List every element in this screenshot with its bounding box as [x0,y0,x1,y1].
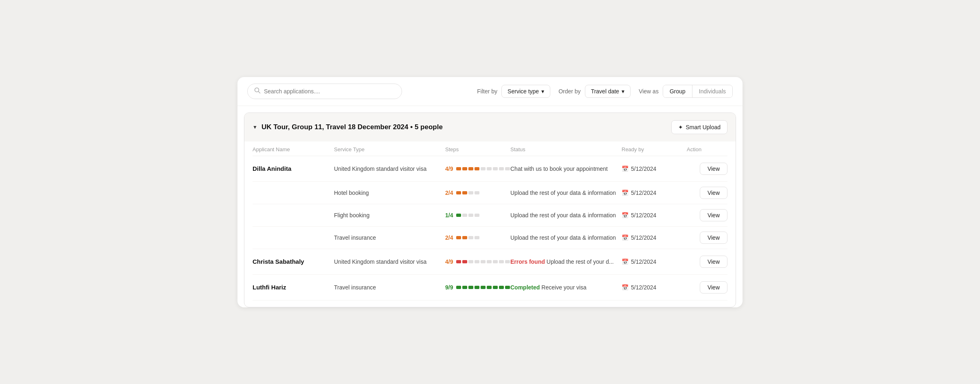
bar-segment [505,286,510,289]
status-text: Upload the rest of your d... [547,258,614,265]
bar-segment [468,167,473,170]
bar-segment [505,260,510,263]
view-button[interactable]: View [700,281,727,294]
smart-upload-label: Smart Upload [686,124,721,130]
bar-segment [487,286,492,289]
bar-segment [475,286,479,289]
smart-upload-button[interactable]: ✦ Smart Upload [671,120,727,134]
steps-number: 4/9 [445,258,453,265]
calendar-icon: 📅 [622,190,628,196]
ready-by-date: 5/12/2024 [631,258,656,265]
service-type-cell: Travel insurance [334,234,445,241]
bar-segment [487,260,492,263]
applications-table: Applicant Name Service Type Steps Status… [244,141,736,307]
view-button[interactable]: View [700,187,727,199]
status-cell: Upload the rest of your data & informati… [510,234,622,241]
progress-bar [456,214,479,217]
bar-segment [475,214,479,217]
service-type-cell: Hotel booking [334,190,445,196]
bar-segment [475,191,479,194]
status-cell: Upload the rest of your data & informati… [510,190,622,196]
bar-segment [468,214,473,217]
bar-segment [475,167,479,170]
ready-by-date: 5/12/2024 [631,212,656,218]
bar-segment [456,286,461,289]
ready-by-date: 5/12/2024 [631,234,656,241]
view-group-button[interactable]: Group [663,85,692,97]
calendar-icon: 📅 [622,166,628,172]
group-section: ▼ UK Tour, Group 11, Travel 18 December … [244,113,736,307]
search-wrapper[interactable] [247,84,402,99]
action-cell: View [687,187,727,199]
ready-by-date: 5/12/2024 [631,284,656,291]
bar-segment [505,167,510,170]
view-button[interactable]: View [700,256,727,268]
steps-number: 9/9 [445,284,453,291]
status-cell: Completed Receive your visa [510,284,622,291]
ready-by-cell: 📅5/12/2024 [622,284,687,291]
action-cell: View [687,209,727,221]
header-applicant-name: Applicant Name [253,146,334,152]
calendar-icon: 📅 [622,212,628,218]
bar-segment [481,167,486,170]
main-container: Filter by Service type ▾ Order by Travel… [237,77,743,307]
ready-by-cell: 📅5/12/2024 [622,234,687,241]
view-button[interactable]: View [700,232,727,244]
header-action: Action [687,146,727,152]
bar-segment [462,214,467,217]
status-text: Receive your visa [541,284,587,291]
status-text: Upload the rest of your data & informati… [510,212,616,218]
toolbar-right: Filter by Service type ▾ Order by Travel… [477,85,733,98]
view-as-label: View as [639,88,659,95]
order-by-label: Order by [558,88,580,95]
service-type-filter-button[interactable]: Service type ▾ [501,85,550,98]
bar-segment [456,191,461,194]
calendar-icon: 📅 [622,234,628,241]
bar-segment [475,236,479,239]
view-button[interactable]: View [700,209,727,221]
search-icon [254,87,261,95]
collapse-icon[interactable]: ▼ [253,124,257,130]
service-type-cell: Travel insurance [334,284,445,291]
steps-number: 2/4 [445,190,453,196]
applicant-name-cell: Dilla Anindita [253,165,334,172]
toolbar: Filter by Service type ▾ Order by Travel… [237,77,743,106]
table-row: Luthfi HarizTravel insurance9/9Completed… [253,275,727,300]
search-input[interactable] [264,88,395,95]
travel-date-order-button[interactable]: Travel date ▾ [585,85,631,98]
status-badge: Errors found [510,258,545,265]
travel-date-order-label: Travel date [591,88,620,95]
group-title: UK Tour, Group 11, Travel 18 December 20… [261,123,443,131]
bar-segment [462,260,467,263]
bar-segment [462,191,467,194]
filter-by-group: Filter by Service type ▾ [477,85,550,98]
status-badge: Completed [510,284,540,291]
progress-bar [456,191,479,194]
view-individuals-button[interactable]: Individuals [692,85,732,97]
steps-cell: 9/9 [445,284,510,291]
header-service-type: Service Type [334,146,445,152]
ready-by-cell: 📅5/12/2024 [622,166,687,172]
order-by-group: Order by Travel date ▾ [558,85,631,98]
bar-segment [487,167,492,170]
progress-bar [456,286,510,289]
view-button[interactable]: View [700,163,727,175]
status-text: Upload the rest of your data & informati… [510,234,616,241]
steps-number: 2/4 [445,234,453,241]
action-cell: View [687,281,727,294]
group-header: ▼ UK Tour, Group 11, Travel 18 December … [244,113,736,141]
steps-number: 4/9 [445,166,453,172]
bar-segment [468,191,473,194]
ready-by-cell: 📅5/12/2024 [622,190,687,196]
steps-cell: 4/9 [445,258,510,265]
svg-line-1 [259,91,260,93]
steps-cell: 4/9 [445,166,510,172]
bar-segment [456,167,461,170]
service-type-cell: United Kingdom standard visitor visa [334,166,445,172]
table-row: Flight booking1/4Upload the rest of your… [253,204,727,227]
service-type-filter-label: Service type [508,88,539,95]
action-cell: View [687,163,727,175]
bar-segment [475,260,479,263]
bar-segment [481,286,486,289]
bar-segment [493,286,498,289]
